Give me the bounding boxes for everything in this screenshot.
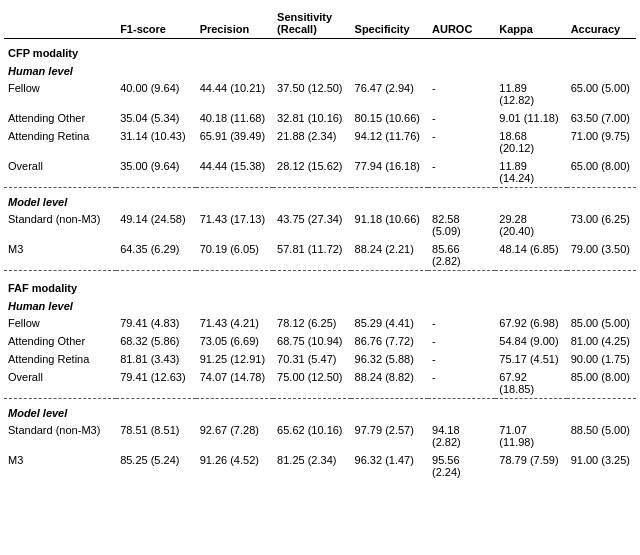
col-header-f1: F1-score xyxy=(116,8,196,39)
cell-accuracy: 81.00 (4.25) xyxy=(567,332,636,350)
cell-label: Attending Retina xyxy=(4,350,116,368)
sub-header-row: Human level xyxy=(4,296,636,314)
cell-accuracy: 63.50 (7.00) xyxy=(567,109,636,127)
cell-sensitivity: 32.81 (10.16) xyxy=(273,109,350,127)
cell-auroc: - xyxy=(428,368,495,399)
cell-specificity: 94.12 (11.76) xyxy=(351,127,428,157)
cell-precision: 44.44 (15.38) xyxy=(196,157,273,188)
col-header-sensitivity: Sensitivity (Recall) xyxy=(273,8,350,39)
cell-precision: 44.44 (10.21) xyxy=(196,79,273,109)
cell-auroc: - xyxy=(428,350,495,368)
cell-sensitivity: 57.81 (11.72) xyxy=(273,240,350,271)
cell-accuracy: 88.50 (5.00) xyxy=(567,421,636,451)
cell-accuracy: 90.00 (1.75) xyxy=(567,350,636,368)
cell-specificity: 86.76 (7.72) xyxy=(351,332,428,350)
cell-sensitivity: 21.88 (2.34) xyxy=(273,127,350,157)
cell-f1: 79.41 (12.63) xyxy=(116,368,196,399)
cell-sensitivity: 81.25 (2.34) xyxy=(273,451,350,481)
cell-accuracy: 71.00 (9.75) xyxy=(567,127,636,157)
cell-sensitivity: 78.12 (6.25) xyxy=(273,314,350,332)
cell-label: Fellow xyxy=(4,314,116,332)
sub-header-row: Model level xyxy=(4,403,636,421)
cell-kappa: 18.68 (20.12) xyxy=(495,127,566,157)
cell-specificity: 80.15 (10.66) xyxy=(351,109,428,127)
table-row: Attending Retina31.14 (10.43)65.91 (39.4… xyxy=(4,127,636,157)
cell-auroc: - xyxy=(428,109,495,127)
cell-kappa: 48.14 (6.85) xyxy=(495,240,566,271)
cell-auroc: - xyxy=(428,79,495,109)
table-row: M364.35 (6.29)70.19 (6.05)57.81 (11.72)8… xyxy=(4,240,636,271)
cell-f1: 79.41 (4.83) xyxy=(116,314,196,332)
cell-f1: 85.25 (5.24) xyxy=(116,451,196,481)
main-container: F1-score Precision Sensitivity (Recall) … xyxy=(0,0,640,489)
cell-kappa: 71.07 (11.98) xyxy=(495,421,566,451)
cell-specificity: 88.24 (2.21) xyxy=(351,240,428,271)
cell-specificity: 96.32 (1.47) xyxy=(351,451,428,481)
cell-f1: 31.14 (10.43) xyxy=(116,127,196,157)
cell-precision: 40.18 (11.68) xyxy=(196,109,273,127)
table-row: Attending Other68.32 (5.86)73.05 (6.69)6… xyxy=(4,332,636,350)
cell-kappa: 75.17 (4.51) xyxy=(495,350,566,368)
cell-kappa: 9.01 (11.18) xyxy=(495,109,566,127)
table-row: Fellow40.00 (9.64)44.44 (10.21)37.50 (12… xyxy=(4,79,636,109)
cell-specificity: 88.24 (8.82) xyxy=(351,368,428,399)
cell-precision: 71.43 (4.21) xyxy=(196,314,273,332)
cell-kappa: 11.89 (14.24) xyxy=(495,157,566,188)
cell-auroc: 95.56 (2.24) xyxy=(428,451,495,481)
cell-specificity: 76.47 (2.94) xyxy=(351,79,428,109)
section-header-row: FAF modality xyxy=(4,274,636,296)
table-row: Standard (non-M3)78.51 (8.51)92.67 (7.28… xyxy=(4,421,636,451)
col-header-accuracy: Accuracy xyxy=(567,8,636,39)
table-row: Attending Retina81.81 (3.43)91.25 (12.91… xyxy=(4,350,636,368)
cell-label: Fellow xyxy=(4,79,116,109)
cell-label: M3 xyxy=(4,240,116,271)
cell-precision: 73.05 (6.69) xyxy=(196,332,273,350)
sub-header-row: Model level xyxy=(4,192,636,210)
cell-label: Attending Other xyxy=(4,332,116,350)
cell-specificity: 91.18 (10.66) xyxy=(351,210,428,240)
cell-precision: 65.91 (39.49) xyxy=(196,127,273,157)
cell-label: Attending Retina xyxy=(4,127,116,157)
cell-kappa: 29.28 (20.40) xyxy=(495,210,566,240)
cell-specificity: 77.94 (16.18) xyxy=(351,157,428,188)
cell-label: Overall xyxy=(4,368,116,399)
cell-accuracy: 85.00 (8.00) xyxy=(567,368,636,399)
cell-specificity: 97.79 (2.57) xyxy=(351,421,428,451)
cell-f1: 35.04 (5.34) xyxy=(116,109,196,127)
table-row: Fellow79.41 (4.83)71.43 (4.21)78.12 (6.2… xyxy=(4,314,636,332)
cell-accuracy: 91.00 (3.25) xyxy=(567,451,636,481)
cell-precision: 92.67 (7.28) xyxy=(196,421,273,451)
cell-sensitivity: 70.31 (5.47) xyxy=(273,350,350,368)
col-header-auroc: AUROC xyxy=(428,8,495,39)
cell-precision: 74.07 (14.78) xyxy=(196,368,273,399)
cell-precision: 91.26 (4.52) xyxy=(196,451,273,481)
cell-f1: 68.32 (5.86) xyxy=(116,332,196,350)
cell-label: Attending Other xyxy=(4,109,116,127)
cell-precision: 70.19 (6.05) xyxy=(196,240,273,271)
cell-specificity: 96.32 (5.88) xyxy=(351,350,428,368)
sub-header-row: Human level xyxy=(4,61,636,79)
section-header-row: CFP modality xyxy=(4,39,636,62)
cell-label: M3 xyxy=(4,451,116,481)
cell-kappa: 78.79 (7.59) xyxy=(495,451,566,481)
col-header-precision: Precision xyxy=(196,8,273,39)
cell-label: Overall xyxy=(4,157,116,188)
table-row: M385.25 (5.24)91.26 (4.52)81.25 (2.34)96… xyxy=(4,451,636,481)
cell-auroc: - xyxy=(428,314,495,332)
col-header-kappa: Kappa xyxy=(495,8,566,39)
cell-label: Standard (non-M3) xyxy=(4,210,116,240)
cell-sensitivity: 28.12 (15.62) xyxy=(273,157,350,188)
cell-precision: 91.25 (12.91) xyxy=(196,350,273,368)
cell-f1: 81.81 (3.43) xyxy=(116,350,196,368)
cell-auroc: - xyxy=(428,127,495,157)
cell-precision: 71.43 (17.13) xyxy=(196,210,273,240)
col-header-specificity: Specificity xyxy=(351,8,428,39)
cell-auroc: 82.58 (5.09) xyxy=(428,210,495,240)
header-row: F1-score Precision Sensitivity (Recall) … xyxy=(4,8,636,39)
cell-f1: 40.00 (9.64) xyxy=(116,79,196,109)
table-row: Overall35.00 (9.64)44.44 (15.38)28.12 (1… xyxy=(4,157,636,188)
cell-auroc: 94.18 (2.82) xyxy=(428,421,495,451)
cell-auroc: - xyxy=(428,332,495,350)
cell-specificity: 85.29 (4.41) xyxy=(351,314,428,332)
cell-accuracy: 85.00 (5.00) xyxy=(567,314,636,332)
